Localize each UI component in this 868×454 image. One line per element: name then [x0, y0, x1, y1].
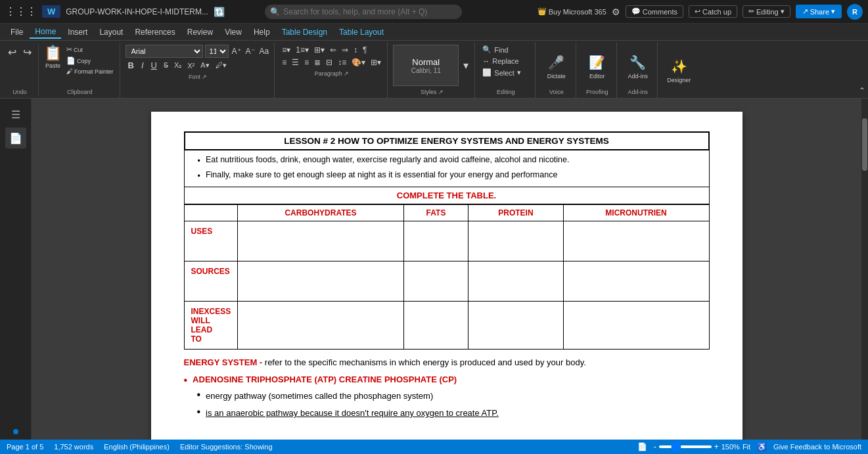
- status-bar: Page 1 of 5 1,752 words English (Philipp…: [0, 440, 868, 454]
- italic-button[interactable]: I: [139, 60, 147, 71]
- feedback-label: Give Feedback to Microsoft: [773, 443, 861, 451]
- pencil-icon: ✏: [748, 7, 754, 16]
- undo-button[interactable]: ↩: [5, 45, 19, 60]
- menu-home[interactable]: Home: [30, 26, 61, 39]
- collapse-ribbon-button[interactable]: ⌃: [859, 86, 865, 95]
- highlight-button[interactable]: 🖊▾: [214, 60, 229, 71]
- align-left-button[interactable]: ≡: [280, 57, 288, 68]
- format-painter-button[interactable]: 🖌Format Painter: [64, 67, 116, 76]
- sidebar-doc-icon[interactable]: 📄: [5, 127, 26, 148]
- select-chevron-icon: ▾: [517, 68, 521, 77]
- energy-system-paragraph: ENERGY SYSTEM - refer to the specific me…: [184, 350, 710, 374]
- table-row-uses: USES: [184, 221, 709, 261]
- numbering-button[interactable]: 1≡▾: [294, 45, 311, 55]
- buy-ms365-button[interactable]: 👑 Buy Microsoft 365: [537, 7, 606, 16]
- find-button[interactable]: 🔍 Find: [480, 45, 531, 55]
- dictate-button[interactable]: 🎤: [545, 53, 567, 72]
- menu-view[interactable]: View: [219, 26, 247, 38]
- word-app-icon: W: [47, 7, 55, 16]
- font-color-button[interactable]: A▾: [198, 60, 211, 71]
- zoom-fit: Fit: [742, 443, 750, 451]
- menu-help[interactable]: Help: [248, 26, 275, 38]
- editor-button[interactable]: 📝: [586, 53, 608, 72]
- atp-bullet-heading: • ADENOSINE TRIPHOSPHATE (ATP) CREATINE …: [184, 373, 710, 388]
- menu-table-design[interactable]: Table Design: [277, 26, 332, 38]
- styles-group-expand-icon[interactable]: ↗: [438, 89, 444, 95]
- decrease-indent-button[interactable]: ⇐: [328, 45, 338, 55]
- sort-button[interactable]: ↕: [352, 45, 359, 55]
- cut-button[interactable]: ✂Cut: [64, 45, 116, 55]
- font-size-select[interactable]: 11: [205, 45, 229, 58]
- paragraph-group-expand-icon[interactable]: ↗: [344, 70, 349, 77]
- comments-button[interactable]: 💬 Comments: [626, 5, 683, 18]
- blue-dot: [13, 429, 18, 434]
- page-info: Page 1 of 5: [7, 443, 43, 451]
- designer-button[interactable]: ✨: [668, 57, 690, 76]
- strikethrough-button[interactable]: S̶: [162, 60, 170, 71]
- font-group-expand-icon[interactable]: ↗: [202, 74, 207, 80]
- vertical-scrollbar[interactable]: [861, 99, 868, 440]
- copy-button[interactable]: 📄Copy: [64, 56, 116, 66]
- document-title: GROUP-WORK-IN-HOPE-I-MIDTERM...: [66, 7, 208, 16]
- accessibility-button[interactable]: ♿: [757, 442, 767, 451]
- underline-button[interactable]: U: [148, 60, 160, 71]
- menu-insert[interactable]: Insert: [62, 26, 93, 38]
- atp-bullet-1: • energy pathway (sometimes called the p…: [184, 388, 710, 405]
- share-button[interactable]: ↗ Share ▾: [796, 5, 842, 18]
- superscript-button[interactable]: X²: [185, 60, 196, 71]
- replace-button[interactable]: ↔ Replace: [480, 57, 531, 66]
- borders-button[interactable]: ⊞▾: [369, 57, 383, 68]
- bullets-button[interactable]: ≡▾: [280, 45, 292, 55]
- zoom-slider[interactable]: [659, 445, 712, 448]
- multilevel-button[interactable]: ⊞▾: [312, 45, 327, 55]
- zoom-in-button[interactable]: +: [714, 442, 719, 451]
- align-right-button[interactable]: ≡: [302, 57, 311, 68]
- font-name-select[interactable]: Arial: [126, 45, 203, 58]
- word-count: 1,752 words: [54, 443, 93, 451]
- styles-expand-button[interactable]: ▾: [461, 45, 470, 86]
- sidebar-nav-icon[interactable]: ☰: [5, 104, 26, 125]
- show-formatting-button[interactable]: ¶: [361, 45, 369, 55]
- replace-icon: ↔: [482, 57, 490, 65]
- autosave-icon: 🔃: [214, 7, 225, 17]
- bold-button[interactable]: B: [126, 60, 137, 71]
- menu-layout[interactable]: Layout: [94, 26, 128, 38]
- increase-indent-button[interactable]: ⇒: [340, 45, 350, 55]
- chevron-down-icon: ▾: [781, 7, 785, 16]
- bullet-item-1: • Eat nutritious foods, drink, enough wa…: [198, 153, 696, 168]
- decrease-font-button[interactable]: A⁻: [244, 45, 256, 58]
- select-button[interactable]: ⬜ Select ▾: [480, 68, 531, 78]
- table-row-inexcess: INEXCESSWILL LEADTO: [184, 301, 709, 349]
- shading-button[interactable]: 🎨▾: [350, 57, 367, 68]
- subscript-button[interactable]: X₂: [172, 60, 183, 71]
- paste-button[interactable]: 📋 Paste: [44, 45, 62, 69]
- editing-button[interactable]: ✏ Editing ▾: [742, 5, 790, 18]
- change-case-button[interactable]: Aa: [258, 45, 271, 58]
- avatar[interactable]: R: [847, 4, 863, 20]
- print-layout-button[interactable]: 📄: [637, 442, 647, 451]
- justify-button[interactable]: ≣: [312, 57, 323, 68]
- menu-table-layout[interactable]: Table Layout: [334, 26, 389, 38]
- align-center-button[interactable]: ☰: [290, 57, 301, 68]
- col-micronutrients: MICRONUTRIEN: [563, 204, 709, 221]
- menu-references[interactable]: References: [129, 26, 180, 38]
- catchup-button[interactable]: ↩ Catch up: [689, 5, 737, 18]
- redo-button[interactable]: ↪: [20, 45, 34, 60]
- column-button[interactable]: ⊟: [324, 57, 334, 68]
- col-protein: PROTEIN: [468, 204, 563, 221]
- addins-button[interactable]: 🔧: [627, 53, 649, 72]
- line-spacing-button[interactable]: ↕≡: [336, 57, 348, 68]
- nutrient-table: CARBOHYDRATES FATS PROTEIN MICRONUTRIEN …: [184, 204, 710, 350]
- apps-grid-icon[interactable]: ⋮⋮⋮: [5, 5, 37, 18]
- comment-icon: 💬: [631, 7, 641, 16]
- style-sub: Calibri, 11: [411, 67, 441, 74]
- bullet-item-2: • Finally, make sure to get enough sleep…: [198, 168, 696, 183]
- settings-button[interactable]: ⚙: [612, 7, 620, 17]
- search-input[interactable]: [265, 5, 462, 19]
- style-normal-box[interactable]: Normal Calibri, 11: [393, 45, 459, 86]
- zoom-out-button[interactable]: -: [654, 442, 656, 451]
- menu-review[interactable]: Review: [182, 26, 218, 38]
- menu-file[interactable]: File: [5, 26, 28, 38]
- increase-font-button[interactable]: A⁺: [231, 45, 242, 58]
- editor-suggestions: Editor Suggestions: Showing: [180, 443, 273, 451]
